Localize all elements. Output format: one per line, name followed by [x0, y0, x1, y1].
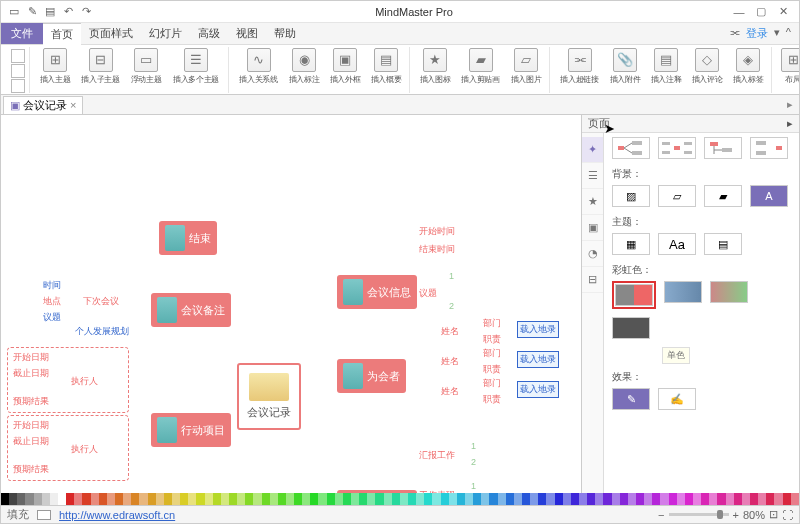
maximize-icon[interactable]: ▢ [751, 4, 771, 20]
leaf-edate2[interactable]: 截止日期 [13, 435, 49, 448]
layout-tree[interactable] [704, 137, 742, 159]
color-swatch[interactable] [636, 493, 644, 505]
color-swatch[interactable] [685, 493, 693, 505]
color-swatch[interactable] [473, 493, 481, 505]
tab-advanced[interactable]: 高级 [190, 23, 228, 44]
insert-attachment-button[interactable]: 📎插入附件 [606, 47, 644, 87]
color-swatch[interactable] [587, 493, 595, 505]
cut-icon[interactable] [11, 64, 25, 78]
theme-font[interactable]: Aa [658, 233, 696, 255]
color-swatch[interactable] [620, 493, 628, 505]
tab-slides[interactable]: 幻灯片 [141, 23, 190, 44]
vtab-history-icon[interactable]: ⊟ [582, 267, 603, 293]
color-swatch[interactable] [506, 493, 514, 505]
color-swatch[interactable] [188, 493, 196, 505]
insert-marker-button[interactable]: ★插入图标 [416, 47, 454, 87]
fullscreen-icon[interactable]: ⛶ [782, 509, 793, 521]
color-swatch[interactable] [742, 493, 750, 505]
copy-icon[interactable] [11, 79, 25, 93]
insert-image-button[interactable]: ▱插入图片 [507, 47, 545, 87]
leaf-result2[interactable]: 预期结果 [13, 463, 49, 476]
color-swatch[interactable] [774, 493, 782, 505]
insert-tag-button[interactable]: ◈插入标签 [729, 47, 767, 87]
color-swatch[interactable] [571, 493, 579, 505]
color-swatch[interactable] [449, 493, 457, 505]
color-swatch[interactable] [286, 493, 294, 505]
color-swatch[interactable] [294, 493, 302, 505]
canvas[interactable]: 会议记录 结束 会议备注 行动项目 通选购议 会议信息 为会者 会议日程 时间 … [1, 115, 581, 505]
color-swatch[interactable] [489, 493, 497, 505]
qat-undo-icon[interactable]: ↶ [61, 5, 75, 19]
zoom-slider[interactable] [669, 513, 729, 516]
insert-multi-topic-button[interactable]: ☰插入多个主题 [168, 47, 224, 87]
leaf-input3[interactable]: 载入地录 [517, 381, 559, 398]
vtab-style-icon[interactable]: ✦ [582, 137, 603, 163]
color-swatch[interactable] [221, 493, 229, 505]
node-info[interactable]: 会议信息 [337, 275, 417, 309]
color-swatch[interactable] [172, 493, 180, 505]
leaf-input1[interactable]: 载入地录 [517, 321, 559, 338]
color-swatch[interactable] [677, 493, 685, 505]
color-swatch[interactable] [530, 493, 538, 505]
bg-none[interactable]: ▨ [612, 185, 650, 207]
color-swatch[interactable] [441, 493, 449, 505]
color-swatch[interactable] [253, 493, 261, 505]
color-swatch[interactable] [9, 493, 17, 505]
color-swatch[interactable] [498, 493, 506, 505]
vtab-outline-icon[interactable]: ☰ [582, 163, 603, 189]
color-swatch[interactable] [25, 493, 33, 505]
insert-callout-button[interactable]: ◉插入标注 [285, 47, 323, 87]
color-swatch[interactable] [424, 493, 432, 505]
rainbow-3[interactable] [710, 281, 748, 303]
zoom-out-icon[interactable]: − [658, 509, 664, 521]
fit-page-icon[interactable]: ⊡ [769, 508, 778, 521]
color-swatch[interactable] [766, 493, 774, 505]
color-swatch[interactable] [432, 493, 440, 505]
color-swatch[interactable] [375, 493, 383, 505]
leaf-rep[interactable]: 汇报工作 [419, 449, 455, 462]
rainbow-1[interactable] [615, 284, 653, 306]
color-swatch[interactable] [579, 493, 587, 505]
color-swatch[interactable] [343, 493, 351, 505]
color-swatch[interactable] [522, 493, 530, 505]
color-swatch[interactable] [546, 493, 554, 505]
insert-topic-button[interactable]: ⊞插入主题 [36, 47, 74, 87]
close-icon[interactable]: ✕ [773, 4, 793, 20]
leaf-owner2[interactable]: 执行人 [71, 443, 98, 456]
color-swatch[interactable] [180, 493, 188, 505]
color-swatch[interactable] [791, 493, 799, 505]
leaf-dept3[interactable]: 部门 [483, 377, 501, 390]
color-swatch[interactable] [709, 493, 717, 505]
color-swatch[interactable] [612, 493, 620, 505]
color-swatch[interactable] [270, 493, 278, 505]
color-swatch[interactable] [123, 493, 131, 505]
color-swatch[interactable] [750, 493, 758, 505]
bg-color[interactable]: ▰ [704, 185, 742, 207]
color-swatch[interactable] [245, 493, 253, 505]
leaf-etime[interactable]: 结束时间 [419, 243, 455, 256]
color-swatch[interactable] [196, 493, 204, 505]
leaf-topic[interactable]: 议题 [43, 311, 61, 324]
leaf-edate[interactable]: 截止日期 [13, 367, 49, 380]
color-swatch[interactable] [408, 493, 416, 505]
share-icon[interactable]: ⫘ [729, 26, 740, 41]
float-topic-button[interactable]: ▭浮动主题 [127, 47, 165, 87]
leaf-topic2[interactable]: 议题 [419, 287, 437, 300]
qat-open-icon[interactable]: ✎ [25, 5, 39, 19]
login-link[interactable]: 登录 [746, 26, 768, 41]
status-url[interactable]: http://www.edrawsoft.cn [59, 509, 175, 521]
leaf-resp3[interactable]: 职责 [483, 393, 501, 406]
color-swatch[interactable] [107, 493, 115, 505]
effect-brush[interactable]: ✎ [612, 388, 650, 410]
color-swatch[interactable] [595, 493, 603, 505]
node-notes[interactable]: 会议备注 [151, 293, 231, 327]
color-swatch[interactable] [726, 493, 734, 505]
leaf-name3[interactable]: 姓名 [441, 385, 459, 398]
color-swatch[interactable] [229, 493, 237, 505]
rainbow-2[interactable] [664, 281, 702, 303]
layout-leftmap[interactable] [750, 137, 788, 159]
color-swatch[interactable] [644, 493, 652, 505]
color-swatch[interactable] [514, 493, 522, 505]
leaf-name2[interactable]: 姓名 [441, 355, 459, 368]
leaf-dept1[interactable]: 部门 [483, 317, 501, 330]
